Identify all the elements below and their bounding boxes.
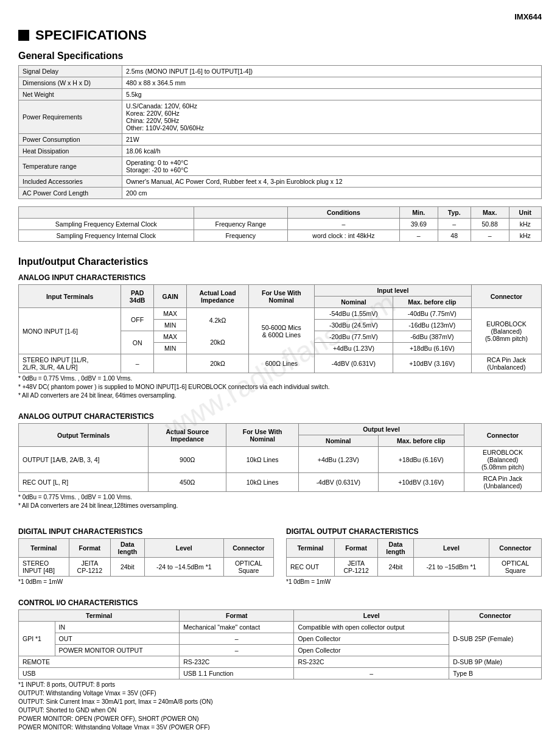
terminal-mono: MONO INPUT [1-6] [19,308,121,354]
table-row: Temperature rangeOperating: 0 to +40°C S… [19,157,542,176]
table-row: Included AccessoriesOwner's Manual, AC P… [19,176,542,188]
general-label: Power Requirements [19,100,122,134]
io-title: Input/output Characteristics [18,256,542,267]
table-row: Sampling Frequency Internal ClockFrequen… [19,230,542,242]
table-row: REC OUT JEITACP-1212 24bit -21 to −15dBm… [287,558,542,577]
general-value: Owner's Manual, AC Power Cord, Rubber fe… [122,176,542,188]
th-level-ctrl: Level [294,610,449,622]
th-terminal-ctrl: Terminal [19,610,180,622]
table-row: AC Power Cord Length200 cm [19,188,542,199]
control-io-note: POWER MONITOR: OPEN (POWER OFF), SHORT (… [18,715,542,722]
th-pad: PAD34dB [121,285,154,308]
th-source-imp: Actual SourceImpedance [149,424,226,447]
general-label: Net Weight [19,89,122,100]
digital-input-table: Terminal Format Datalength Level Connect… [18,538,274,577]
th-connector: Connector [471,285,541,308]
table-row: Dimensions (W x H x D)480 x 88 x 364.5 m… [19,77,542,89]
table-row: Signal Delay2.5ms (MONO INPUT [1-6] to O… [19,66,542,77]
th-for-use: For Use WithNominal [248,285,314,308]
specs-title-text: SPECIFICATIONS [35,27,147,43]
analog-input-note2: * +48V DC( phantom power ) is supplied t… [18,384,542,390]
table-row: STEREO INPUT [1L/R,2L/R, 3L/R, 4A L/R] –… [19,354,542,373]
general-title: General Specifications [18,51,542,61]
digital-output-note: *1 0dBm = 1mW [286,578,542,585]
general-value: 5.5kg [122,89,542,100]
table-row: STEREOINPUT [4B] JEITACP-1212 24bit -24 … [19,558,274,577]
digital-input-note: *1 0dBm = 1mW [18,578,274,585]
control-io-note: *1 INPUT: 8 ports, OUTPUT: 8 ports [18,681,542,688]
title-square [18,30,29,41]
general-value: 21W [122,134,542,146]
th-input-terminals: Input Terminals [19,285,121,308]
terminal-stereo: STEREO INPUT [1L/R,2L/R, 3L/R, 4A L/R] [19,354,121,373]
analog-input-note3: * All AD converters are 24 bit linear, 6… [18,392,542,399]
th-max-clip: Max. before clip [393,297,471,308]
general-value: 2.5ms (MONO INPUT [1-6] to OUTPUT[1-4]) [122,66,542,77]
control-io-title: CONTROL I/O CHARACTERISTICS [18,598,542,607]
general-label: AC Power Cord Length [19,188,122,199]
control-io-table: Terminal Format Level Connector GPI *1 I… [18,609,542,679]
th-nominal: Nominal [314,297,393,308]
table-row: Power Consumption21W [19,134,542,146]
table-row: Net Weight5.5kg [19,89,542,100]
table-row: REC OUT [L, R] 450Ω 10kΩ Lines -4dBV (0.… [19,473,542,492]
general-label: Dimensions (W x H x D) [19,77,122,89]
table-row: GPI *1 IN Mechanical "make" contact Comp… [19,622,542,633]
table-row: Power RequirementsU.S/Canada: 120V, 60Hz… [19,100,542,134]
general-label: Temperature range [19,157,122,176]
analog-input-note1: * 0dBu = 0.775 Vrms. , 0dBV = 1.00 Vrms. [18,375,542,382]
general-value: U.S/Canada: 120V, 60Hz Korea: 220V, 60Hz… [122,100,542,134]
analog-input-table: Input Terminals PAD34dB GAIN Actual Load… [18,284,542,373]
model-label: IMX644 [514,12,542,21]
analog-output-table: Output Terminals Actual SourceImpedance … [18,423,542,492]
th-load-imp: Actual LoadImpedance [187,285,248,308]
analog-input-title: ANALOG INPUT CHARACTERISTICS [18,273,542,282]
th-connector-ctrl: Connector [449,610,542,622]
th-gain: GAIN [153,285,186,308]
control-io-notes: *1 INPUT: 8 ports, OUTPUT: 8 ports OUTPU… [18,681,542,730]
general-value: 200 cm [122,188,542,199]
th-nominal-out: Nominal [299,435,379,447]
table-row: OUTPUT [1A/B, 2A/B, 3, 4] 900Ω 10kΩ Line… [19,447,542,473]
table-row: USB USB 1.1 Function – Type B [19,668,542,679]
analog-output-title: ANALOG OUTPUT CHARACTERISTICS [18,412,542,421]
digital-input-title: DIGITAL INPUT CHARACTERISTICS [18,527,274,536]
general-value: 480 x 88 x 364.5 mm [122,77,542,89]
table-row: Heat Dissipation18.06 kcal/h [19,146,542,157]
table-row: Sampling Frequency External ClockFrequen… [19,219,542,230]
control-io-note: POWER MONITOR: Withstanding Voltage Vmax… [18,724,542,730]
th-input-level: Input level [314,285,471,297]
control-io-note: OUTPUT: Withstanding Voltage Vmax = 35V … [18,690,542,697]
general-label: Signal Delay [19,66,122,77]
table-row: REMOTE RS-232C RS-232C D-SUB 9P (Male) [19,656,542,668]
control-io-note: OUTPUT: Shorted to GND when ON [18,707,542,714]
general-label: Heat Dissipation [19,146,122,157]
control-io-note: OUTPUT: Sink Current Imax = 30mA/1 port,… [18,698,542,705]
digital-output-title: DIGITAL OUTPUT CHARACTERISTICS [286,527,542,536]
digital-output-section: DIGITAL OUTPUT CHARACTERISTICS Terminal … [286,521,542,585]
th-output-terminals: Output Terminals [19,424,149,447]
specs-title: SPECIFICATIONS [18,27,542,43]
digital-section: DIGITAL INPUT CHARACTERISTICS Terminal F… [18,521,542,585]
th-format-ctrl: Format [180,610,294,622]
th-output-level: Output level [299,424,464,435]
page-header: IMX644 [18,12,542,21]
analog-output-note1: * 0dBu = 0.775 Vrms. , 0dBV = 1.00 Vrms. [18,494,542,500]
general-specs-table: Signal Delay2.5ms (MONO INPUT [1-6] to O… [18,65,542,199]
analog-output-note2: * All DA converters are 24 bit linear,12… [18,502,542,509]
general-value: Operating: 0 to +40°C Storage: -20 to +6… [122,157,542,176]
th-max-clip-out: Max. before clip [378,435,464,447]
th-for-use-out: For Use WithNominal [226,424,299,447]
general-label: Included Accessories [19,176,122,188]
digital-output-table: Terminal Format Datalength Level Connect… [286,538,542,577]
digital-input-section: DIGITAL INPUT CHARACTERISTICS Terminal F… [18,521,274,585]
general-value: 18.06 kcal/h [122,146,542,157]
th-connector-out: Connector [464,424,541,447]
freq-table: Conditions Min. Typ. Max. Unit Sampling … [18,206,542,242]
table-row: MONO INPUT [1-6] OFF MAX 4.2kΩ20kΩ 50-60… [19,308,542,320]
general-label: Power Consumption [19,134,122,146]
